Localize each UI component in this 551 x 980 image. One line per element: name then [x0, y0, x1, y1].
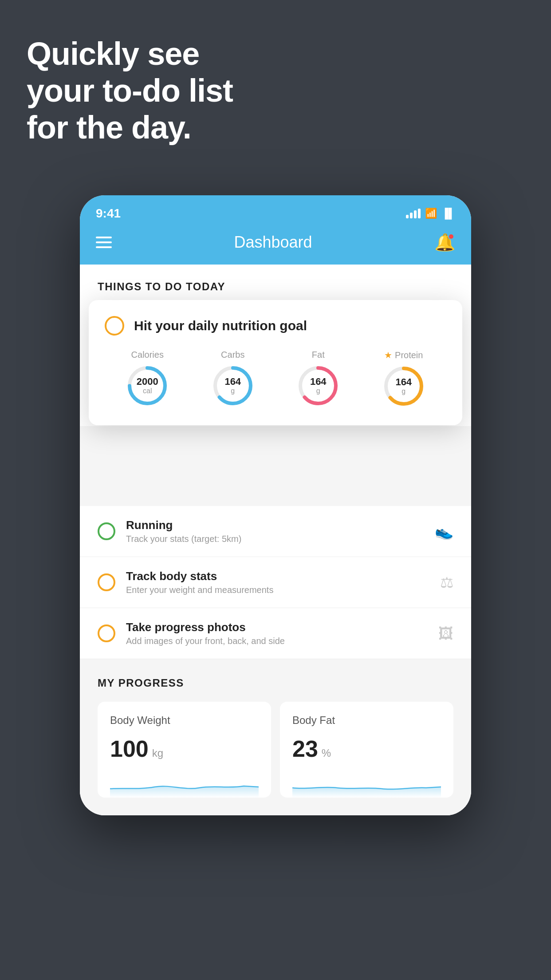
task-desc-photos: Add images of your front, back, and side	[126, 636, 428, 646]
body-weight-chart	[110, 771, 259, 798]
progress-section-title: MY PROGRESS	[98, 677, 453, 689]
task-check-circle[interactable]	[105, 316, 124, 336]
scale-icon: ⚖	[440, 573, 453, 591]
battery-icon: ▐▌	[441, 208, 455, 219]
nutrition-protein[interactable]: ★Protein 164 g	[382, 350, 425, 407]
body-weight-number: 100	[110, 735, 149, 762]
task-text-bodystats: Track body stats Enter your weight and m…	[126, 569, 429, 595]
task-item-photos[interactable]: Take progress photos Add images of your …	[80, 608, 471, 659]
things-section-title: THINGS TO DO TODAY	[98, 281, 453, 293]
task-desc-bodystats: Enter your weight and measurements	[126, 585, 429, 595]
body-fat-number: 23	[292, 735, 318, 762]
body-weight-unit: kg	[152, 747, 163, 759]
status-bar: 9:41 📶 ▐▌	[80, 195, 471, 224]
notification-badge	[448, 233, 454, 240]
status-time: 9:41	[96, 206, 121, 221]
fat-ring: 164 g	[297, 364, 339, 407]
task-circle-photos	[98, 624, 115, 642]
wifi-icon: 📶	[425, 208, 437, 219]
things-wrapper: THINGS TO DO TODAY Hit your daily nutrit…	[80, 265, 471, 426]
nutrition-card-title: Hit your daily nutrition goal	[134, 318, 307, 333]
hamburger-line-2	[96, 241, 112, 243]
fat-label: Fat	[312, 350, 325, 360]
body-fat-value-row: 23 %	[292, 735, 441, 762]
carbs-value: 164 g	[224, 376, 241, 395]
task-circle-bodystats	[98, 573, 115, 591]
body-fat-chart	[292, 771, 441, 798]
protein-value: 164 g	[395, 377, 412, 395]
hamburger-line-1	[96, 237, 112, 238]
hamburger-menu-button[interactable]	[96, 237, 112, 248]
nutrition-fat[interactable]: Fat 164 g	[297, 350, 339, 407]
hero-line1: Quickly see	[27, 36, 233, 72]
phone-shell: 9:41 📶 ▐▌ Dashboard 🔔	[80, 195, 471, 815]
task-desc-running: Track your stats (target: 5km)	[126, 534, 424, 544]
star-icon: ★	[384, 350, 392, 360]
task-item-running[interactable]: Running Track your stats (target: 5km) 👟	[80, 506, 471, 557]
task-item-bodystats[interactable]: Track body stats Enter your weight and m…	[80, 557, 471, 608]
task-text-running: Running Track your stats (target: 5km)	[126, 518, 424, 544]
running-icon: 👟	[435, 522, 453, 540]
app-header: Dashboard 🔔	[80, 224, 471, 265]
body-fat-title: Body Fat	[292, 714, 441, 727]
protein-label: ★Protein	[384, 350, 423, 360]
card-header: Hit your daily nutrition goal	[105, 316, 446, 336]
task-name-bodystats: Track body stats	[126, 569, 429, 583]
calories-label: Calories	[131, 350, 164, 360]
task-text-photos: Take progress photos Add images of your …	[126, 620, 428, 646]
nutrition-card: Hit your daily nutrition goal Calories	[89, 300, 462, 425]
carbs-label: Carbs	[221, 350, 244, 360]
nutrition-calories[interactable]: Calories 2000 cal	[126, 350, 169, 407]
body-fat-unit: %	[322, 747, 331, 759]
calories-ring: 2000 cal	[126, 364, 169, 407]
photo-person-icon: 🖼	[438, 625, 453, 642]
carbs-ring: 164 g	[212, 364, 254, 407]
body-weight-card[interactable]: Body Weight 100 kg	[98, 702, 271, 798]
body-weight-title: Body Weight	[110, 714, 259, 727]
progress-cards: Body Weight 100 kg	[98, 702, 453, 815]
hero-text: Quickly see your to-do list for the day.	[27, 36, 233, 146]
protein-ring: 164 g	[382, 365, 425, 407]
task-list: Running Track your stats (target: 5km) 👟…	[80, 506, 471, 659]
calories-value: 2000 cal	[137, 376, 158, 395]
fat-value: 164 g	[310, 376, 327, 395]
task-name-photos: Take progress photos	[126, 620, 428, 634]
task-circle-running	[98, 522, 115, 540]
header-title: Dashboard	[234, 233, 312, 252]
hero-line2: your to-do list	[27, 72, 233, 109]
progress-section: MY PROGRESS Body Weight 100 kg	[80, 659, 471, 815]
notification-button[interactable]: 🔔	[434, 233, 455, 252]
status-icons: 📶 ▐▌	[406, 208, 455, 219]
body-weight-value-row: 100 kg	[110, 735, 259, 762]
nutrition-grid: Calories 2000 cal	[105, 350, 446, 407]
task-name-running: Running	[126, 518, 424, 532]
body-fat-card[interactable]: Body Fat 23 %	[280, 702, 453, 798]
hero-line3: for the day.	[27, 109, 233, 146]
phone-content: THINGS TO DO TODAY Hit your daily nutrit…	[80, 265, 471, 815]
hamburger-line-3	[96, 246, 112, 248]
signal-icon	[406, 209, 421, 218]
nutrition-carbs[interactable]: Carbs 164 g	[212, 350, 254, 407]
